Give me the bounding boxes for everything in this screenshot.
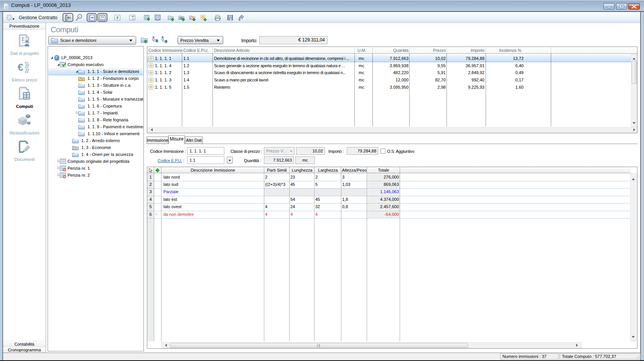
svg-text:Σ: Σ	[21, 36, 24, 42]
svg-text:-.0: -.0	[131, 18, 133, 20]
svg-text:%: %	[80, 78, 83, 80]
svg-text:#: #	[116, 16, 119, 20]
svg-text:€: €	[18, 61, 23, 73]
